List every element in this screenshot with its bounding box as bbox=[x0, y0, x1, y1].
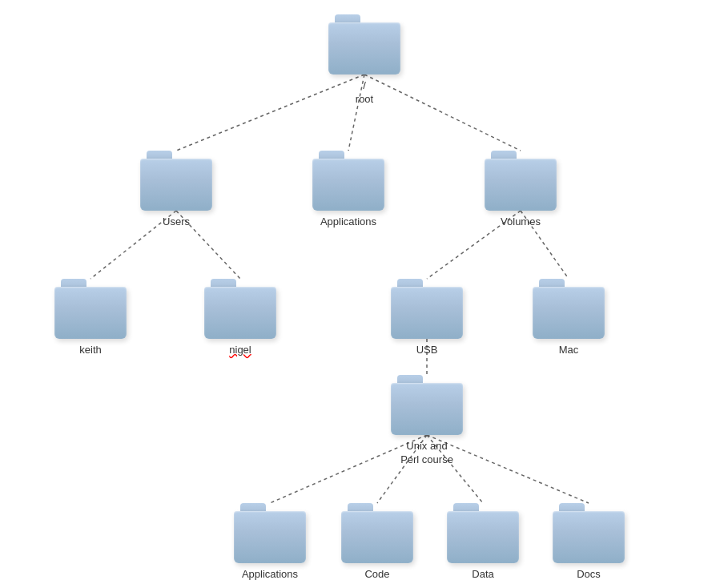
folder-keith: keith bbox=[54, 279, 127, 357]
folder-icon-data bbox=[447, 503, 519, 563]
folder-icon-root bbox=[328, 14, 400, 75]
folder-label-applications: Applications bbox=[320, 215, 376, 229]
folder-label-volumes: Volumes bbox=[501, 215, 541, 229]
folder-body bbox=[341, 511, 413, 563]
folder-apps2: Applications bbox=[234, 503, 306, 582]
folder-body bbox=[485, 159, 557, 211]
folder-body bbox=[328, 22, 400, 75]
folder-body bbox=[447, 511, 519, 563]
folder-applications: Applications bbox=[312, 151, 384, 229]
folder-label-usb: USB bbox=[416, 344, 438, 357]
folder-label-apps2: Applications bbox=[242, 568, 298, 582]
folder-icon-usb bbox=[391, 279, 463, 339]
folder-icon-apps2 bbox=[234, 503, 306, 563]
folder-unixperl: Unix and Perl course bbox=[391, 375, 463, 467]
folder-label-docs: Docs bbox=[577, 568, 601, 582]
folder-body bbox=[54, 287, 127, 339]
folder-icon-applications bbox=[312, 151, 384, 211]
folder-usb: USB bbox=[391, 279, 463, 357]
folder-label-code: Code bbox=[364, 568, 389, 582]
folder-body bbox=[204, 287, 276, 339]
folder-icon-nigel bbox=[204, 279, 276, 339]
folder-body bbox=[312, 159, 384, 211]
folder-label-unixperl: Unix and Perl course bbox=[400, 440, 453, 467]
folder-body bbox=[234, 511, 306, 563]
folder-label-data: Data bbox=[472, 568, 493, 582]
folder-label-nigel: nigel bbox=[229, 344, 251, 357]
folder-label-root: / root bbox=[356, 79, 373, 107]
folder-root: / root bbox=[328, 14, 400, 107]
folder-docs: Docs bbox=[553, 503, 625, 582]
folder-icon-users bbox=[140, 151, 212, 211]
folder-body bbox=[140, 159, 212, 211]
folder-icon-unixperl bbox=[391, 375, 463, 435]
folder-data: Data bbox=[447, 503, 519, 582]
folder-icon-volumes bbox=[485, 151, 557, 211]
folder-body bbox=[391, 383, 463, 435]
folder-icon-code bbox=[341, 503, 413, 563]
folder-icon-keith bbox=[54, 279, 127, 339]
folder-users: Users bbox=[140, 151, 212, 229]
folder-icon-mac bbox=[533, 279, 605, 339]
folder-body bbox=[533, 287, 605, 339]
folder-icon-docs bbox=[553, 503, 625, 563]
folder-mac: Mac bbox=[533, 279, 605, 357]
tree-container: / rootUsersApplicationsVolumeskeithnigel… bbox=[0, 0, 728, 584]
folder-nigel: nigel bbox=[204, 279, 276, 357]
folder-label-keith: keith bbox=[79, 344, 101, 357]
folder-body bbox=[553, 511, 625, 563]
folder-label-mac: Mac bbox=[559, 344, 579, 357]
folder-label-users: Users bbox=[163, 215, 190, 229]
folder-code: Code bbox=[341, 503, 413, 582]
folder-volumes: Volumes bbox=[485, 151, 557, 229]
folder-body bbox=[391, 287, 463, 339]
